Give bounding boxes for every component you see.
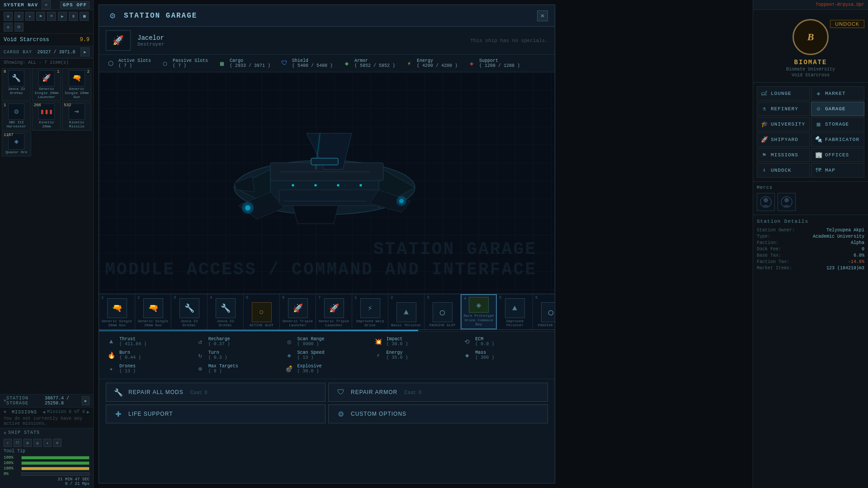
slot-label-0: Generic Single 20mm Gun: [101, 319, 133, 328]
cargo-icon-1: 🔧: [8, 70, 24, 86]
ship-detail-class: Destroyer: [137, 42, 164, 47]
nav-btn-university[interactable]: 🎓 UNIVERSITY: [757, 117, 810, 131]
stat-icon-3[interactable]: ⚙: [24, 439, 32, 447]
repair-all-button[interactable]: 🔧 REPAIR ALL MODS Cost: 0: [106, 383, 326, 402]
cargo-item-7[interactable]: 1187 ◈ Quazor Ore: [2, 131, 31, 156]
toolbar-icon-3[interactable]: ✦: [25, 12, 34, 21]
cargo-item-2[interactable]: 1 🚀 Generic Single 20mm Launcher: [32, 68, 61, 101]
equipment-slot-3[interactable]: 4 🔧 Janca Z2 DreVac: [208, 294, 244, 329]
stat-icon-6[interactable]: ≡: [53, 439, 61, 447]
stat-shield: 🛡 Shield ( 5400 / 5400 ): [279, 58, 333, 68]
stat-icon-5[interactable]: ✦: [43, 439, 52, 447]
bstat-burn-val: ( 0.44 ): [119, 355, 141, 360]
slot-number-1: 2: [137, 296, 140, 300]
storage-expand-icon[interactable]: ▶: [82, 396, 90, 405]
cargo-item-6[interactable]: 532 ⊸ Kinetic Missile: [62, 102, 91, 131]
detail-val-faction-tax: -14.8%: [848, 259, 864, 264]
stat-fill-2: [22, 462, 89, 465]
equipment-slot-11[interactable]: 5 ▲ Improved Thruster: [497, 294, 533, 329]
nav-btn-lounge[interactable]: 🛋 LOUNGE: [757, 86, 810, 101]
detail-key-faction: Faction:: [757, 240, 778, 245]
equipment-slot-5[interactable]: 6 🚀 Generic Triple Launcher: [280, 294, 316, 329]
nav-btn-offices[interactable]: 🏢 OFFICES: [811, 148, 864, 162]
explosive-icon: 💣: [284, 363, 295, 374]
repair-armor-button[interactable]: 🛡 REPAIR ARMOR Cost: 0: [328, 383, 548, 402]
station-storage[interactable]: ▼ STATION STORAGE 38677.4 / 25250.8 ▶: [0, 394, 93, 407]
mercs-section: Mercs: [753, 181, 868, 215]
stat-energy: ⚡ Energy ( 4200 / 4200 ): [404, 58, 458, 68]
toolbar-icon-10[interactable]: ⟳: [14, 23, 24, 32]
slot-icon-8: ▲: [396, 302, 416, 322]
equipment-slot-9[interactable]: 3 ◯ PASSIVE SLOT: [425, 294, 461, 329]
equipment-slot-8[interactable]: 2 ▲ Basic Thruster: [388, 294, 425, 329]
location-label: Void Starcross: [792, 73, 830, 78]
ship-name: Void Starcross: [4, 37, 49, 43]
equipment-slot-7[interactable]: 1 ⚡ Improved Warp Drive: [352, 294, 388, 329]
nav-btn-garage[interactable]: ⚙ GARAGE: [811, 102, 864, 116]
slot-number-3: 4: [210, 296, 212, 300]
custom-options-button[interactable]: ⚙ CUSTOM OPTIONS: [328, 404, 548, 423]
support-icon: ✚: [467, 58, 476, 68]
stat-time: 21 MIN 47 SEC: [4, 477, 90, 482]
mission-next[interactable]: ▶: [87, 409, 90, 415]
garage-label: GARAGE: [825, 106, 846, 112]
energy-icon: ⚡: [404, 58, 414, 68]
slot-number-6: 7: [318, 296, 321, 300]
stat-icon-1[interactable]: ⚡: [4, 439, 12, 447]
mission-prev[interactable]: ◀: [42, 409, 45, 415]
bstat-ecm-label: ECM: [475, 337, 494, 342]
nav-btn-storage[interactable]: ▦ STORAGE: [811, 117, 864, 131]
offices-label: OFFICES: [825, 152, 849, 158]
cargo-item-3[interactable]: 2 🔫 Generic Single 20mm Gun: [62, 68, 91, 101]
burn-icon: 🔥: [106, 350, 117, 361]
toolbar-icon-7[interactable]: ⏸: [69, 12, 78, 21]
equipment-slot-10[interactable]: 4 ◈ Rare Prototype Drone Command Bay: [461, 294, 497, 329]
equipment-slot-1[interactable]: 2 🔫 Generic Single 20mm Gun: [135, 294, 171, 329]
stat-label-passive: Passive Slots: [173, 58, 208, 63]
merc-slot-1[interactable]: [757, 193, 775, 211]
cargo-bay-label: CARGO BAY: [4, 50, 32, 55]
toolbar-icon-2[interactable]: ⊞: [14, 12, 24, 21]
detail-row-base-tax: Base Tax: 6.0%: [757, 253, 864, 258]
equipment-slot-12[interactable]: 6 ◯ PASSIVE SLOT: [533, 294, 555, 329]
undock-button[interactable]: UNDOCK: [830, 20, 864, 28]
nav-icon-2[interactable]: ↺: [42, 0, 51, 9]
nav-btn-market[interactable]: ◈ MARKET: [811, 86, 864, 101]
equipment-slot-0[interactable]: 1 🔫 Generic Single 20mm Gun: [99, 294, 135, 329]
stat-icon-2[interactable]: 🛡: [14, 439, 22, 447]
cargo-label-6: Kinetic Missile: [64, 121, 90, 129]
svg-point-28: [764, 198, 768, 202]
slot-number-9: 3: [427, 296, 429, 300]
cargo-item-5[interactable]: 266 ▮▮▮ Kinetic 20mm: [32, 102, 61, 131]
toolbar-icon-9[interactable]: ⊙: [4, 23, 13, 32]
nav-btn-map[interactable]: 🗺 MAP: [811, 163, 864, 178]
toolbar-icon-8[interactable]: ⏹: [80, 12, 89, 21]
equipment-slot-2[interactable]: 3 🔧 Janca Z2 DreVac: [171, 294, 208, 329]
equipment-slot-4[interactable]: 5 ○ ACTIVE SLOT: [244, 294, 280, 329]
cargo-item-4[interactable]: 1 ⚙ SBC III Harvester: [2, 102, 31, 131]
toolbar-icon-4[interactable]: ⚑: [36, 12, 45, 21]
storage-nav-icon: ▦: [815, 121, 822, 128]
nav-btn-undock-nav[interactable]: ⬆ UNDOCK: [757, 163, 810, 178]
toolbar-icon-5[interactable]: ≡: [47, 12, 56, 21]
stat-bar-row-1: 100%: [4, 455, 90, 460]
merc-slot-2[interactable]: [778, 193, 796, 211]
toolbar-icon-1[interactable]: ⊕: [4, 12, 13, 21]
cargo-item-1[interactable]: 8 🔧 Janca Z2 DreVac: [2, 68, 31, 101]
nav-btn-missions[interactable]: ⚑ MISSIONS: [757, 148, 810, 162]
equipment-slot-6[interactable]: 7 🚀 Generic Triple Launcher: [316, 294, 352, 329]
nav-btn-shipyard[interactable]: 🚀 SHIPYARD: [757, 132, 810, 147]
stat-icon-4[interactable]: ◎: [33, 439, 42, 447]
nav-btn-refinery[interactable]: ⚗ REFINERY: [757, 102, 810, 116]
stat-value-energy: ( 4200 / 4200 ): [417, 63, 458, 68]
station-garage-watermark: STATION GARAGEMODULE ACCESS / COMMAND AN…: [105, 239, 537, 280]
nav-btn-fabricator[interactable]: 🔩 FABRICATOR: [811, 132, 864, 147]
toolbar-icon-6[interactable]: ▶: [58, 12, 67, 21]
cargo-expand-icon[interactable]: ▶: [80, 47, 90, 56]
close-button[interactable]: ✕: [537, 10, 548, 21]
life-support-button[interactable]: ✚ LIFE SUPPORT: [106, 404, 326, 423]
stat-support: ✚ Support ( 1208 / 1208 ): [467, 58, 520, 68]
slot-label-5: Generic Triple Launcher: [282, 319, 314, 328]
ship-name-section: Void Starcross 9.9: [0, 34, 93, 46]
slot-label-12: PASSIVE SLOT: [538, 323, 555, 328]
